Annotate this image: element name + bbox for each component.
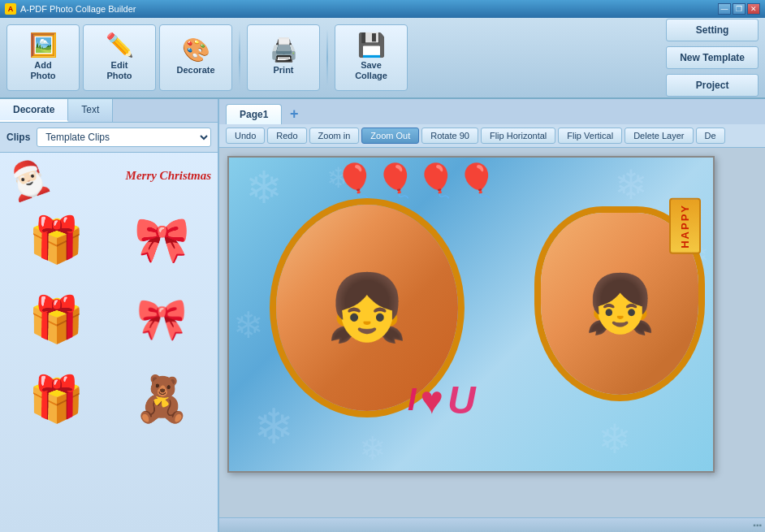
happy-banner: HAPPY <box>669 198 701 254</box>
window-controls: — ❐ ✕ <box>718 3 760 15</box>
clips-area: 🎅🏻 Merry Christmas 🎁 🎀 🎁 🎀 <box>0 153 218 532</box>
merry-christmas-text: Merry Christmas <box>126 169 211 183</box>
de-button[interactable]: De <box>696 128 725 144</box>
flip-vertical-button[interactable]: Flip Vertical <box>558 128 622 144</box>
canvas-toolbar: Undo Redo Zoom in Zoom Out Rotate 90 Fli… <box>219 124 765 148</box>
collage-canvas: ❄ ❄ ❄ ❄ ❄ ❄ ❄ ❄ 🎈🎈🎈🎈 👧 <box>227 156 715 473</box>
print-label: Print <box>273 65 293 76</box>
undo-button[interactable]: Undo <box>226 128 265 144</box>
main-area: Decorate Text Clips Template Clips 🎅🏻 Me… <box>0 99 765 532</box>
flip-horizontal-button[interactable]: Flip Horizontal <box>481 128 555 144</box>
snowflake-icon: ❄ <box>253 398 294 455</box>
add-photo-icon: 🖼️ <box>29 34 58 57</box>
main-toolbar: 🖼️ AddPhoto ✏️ EditPhoto 🎨 Decorate 🖨️ P… <box>0 18 765 99</box>
zoom-out-button[interactable]: Zoom Out <box>361 128 419 144</box>
zoom-in-button[interactable]: Zoom in <box>309 128 360 144</box>
left-panel: Decorate Text Clips Template Clips 🎅🏻 Me… <box>0 99 219 532</box>
decorate-label: Decorate <box>176 65 214 76</box>
snowflake-icon: ❄ <box>598 416 632 463</box>
list-item[interactable]: 🧸 <box>112 362 211 435</box>
panel-tabs: Decorate Text <box>0 99 218 123</box>
setting-button[interactable]: Setting <box>666 19 759 41</box>
right-area: Page1 + Undo Redo Zoom in Zoom Out Rotat… <box>219 99 765 532</box>
list-item[interactable]: 🎁 <box>6 203 106 276</box>
snowflake-icon: ❄ <box>359 430 387 467</box>
list-item[interactable]: 🎀 <box>112 283 211 356</box>
toolbar-separator-1 <box>239 29 240 86</box>
edit-photo-label: EditPhoto <box>106 60 132 81</box>
resize-grip: ▪▪▪ <box>753 521 762 530</box>
save-collage-icon: 💾 <box>357 34 386 57</box>
add-photo-label: AddPhoto <box>30 60 55 81</box>
title-bar: A A-PDF Photo Collage Builder — ❐ ✕ <box>0 0 765 18</box>
balloon-group-icon: 🎈🎈🎈🎈 <box>335 164 497 197</box>
clips-dropdown[interactable]: Template Clips <box>37 128 211 147</box>
project-button[interactable]: Project <box>666 74 759 97</box>
list-item[interactable]: 🎀 <box>112 203 211 276</box>
bear-icon: 🧸 <box>134 377 190 422</box>
decorate-icon: 🎨 <box>182 39 210 62</box>
gift-gold-icon: 🎀 <box>136 299 187 340</box>
status-bar: ▪▪▪ <box>219 517 765 532</box>
snowflake-icon: ❄ <box>233 304 264 347</box>
close-button[interactable]: ✕ <box>747 3 760 15</box>
clips-label: Clips <box>6 132 30 143</box>
clips-grid: 🎁 🎀 🎁 🎀 🎁 🧸 <box>6 203 211 435</box>
love-heart-icon: ♥ <box>421 378 444 422</box>
love-i-text: I <box>408 383 417 417</box>
gift-red-icon: 🎁 <box>28 218 84 262</box>
save-collage-button[interactable]: 💾 SaveCollage <box>335 24 408 91</box>
restore-button[interactable]: ❐ <box>733 3 746 15</box>
print-button[interactable]: 🖨️ Print <box>247 24 320 91</box>
new-template-button[interactable]: New Template <box>666 46 759 69</box>
edit-photo-button[interactable]: ✏️ EditPhoto <box>83 24 156 91</box>
page-tabs: Page1 + <box>219 99 765 124</box>
tab-decorate[interactable]: Decorate <box>0 99 68 122</box>
toolbar-right-actions: Setting New Template Project <box>666 19 759 97</box>
gift-blue-icon: 🎁 <box>28 297 84 342</box>
add-page-button[interactable]: + <box>285 106 303 123</box>
love-u-text: U <box>447 378 476 422</box>
add-photo-button[interactable]: 🖼️ AddPhoto <box>6 24 80 91</box>
rotate90-button[interactable]: Rotate 90 <box>421 128 478 144</box>
tab-page1[interactable]: Page1 <box>226 104 282 124</box>
clips-scroll[interactable]: 🎅🏻 Merry Christmas 🎁 🎀 🎁 🎀 <box>0 153 218 532</box>
app-icon: A <box>5 3 16 15</box>
app-title: A-PDF Photo Collage Builder <box>20 4 136 14</box>
snowflake-icon: ❄ <box>614 162 648 209</box>
canvas-area[interactable]: ❄ ❄ ❄ ❄ ❄ ❄ ❄ ❄ 🎈🎈🎈🎈 👧 <box>219 148 765 517</box>
toolbar-separator-2 <box>326 29 328 86</box>
minimize-button[interactable]: — <box>718 3 731 15</box>
edit-photo-icon: ✏️ <box>106 34 134 57</box>
list-item[interactable]: 🎁 <box>6 283 106 356</box>
redo-button[interactable]: Redo <box>267 128 306 144</box>
delete-layer-button[interactable]: Delete Layer <box>625 128 693 144</box>
decorate-button[interactable]: 🎨 Decorate <box>159 24 232 91</box>
save-collage-label: SaveCollage <box>355 60 387 81</box>
gift-green-icon: 🎀 <box>134 218 190 262</box>
gift-red2-icon: 🎁 <box>28 377 84 422</box>
list-item[interactable]: 🎁 <box>6 362 106 435</box>
santa-hat-icon: 🎅🏻 <box>1 154 54 205</box>
tab-text[interactable]: Text <box>68 99 113 122</box>
clips-bar: Clips Template Clips <box>0 123 218 153</box>
print-icon: 🖨️ <box>270 39 298 62</box>
snowflake-icon: ❄ <box>245 162 283 214</box>
love-text: I ♥ U <box>408 378 476 422</box>
